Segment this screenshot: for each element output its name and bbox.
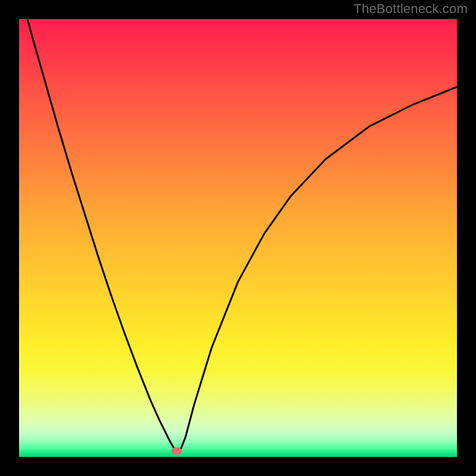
min-marker bbox=[171, 447, 181, 455]
watermark-text: TheBottleneck.com bbox=[353, 1, 468, 17]
plot-area bbox=[19, 19, 457, 457]
chart-stage: TheBottleneck.com bbox=[0, 0, 476, 476]
bottleneck-curve bbox=[19, 19, 457, 457]
